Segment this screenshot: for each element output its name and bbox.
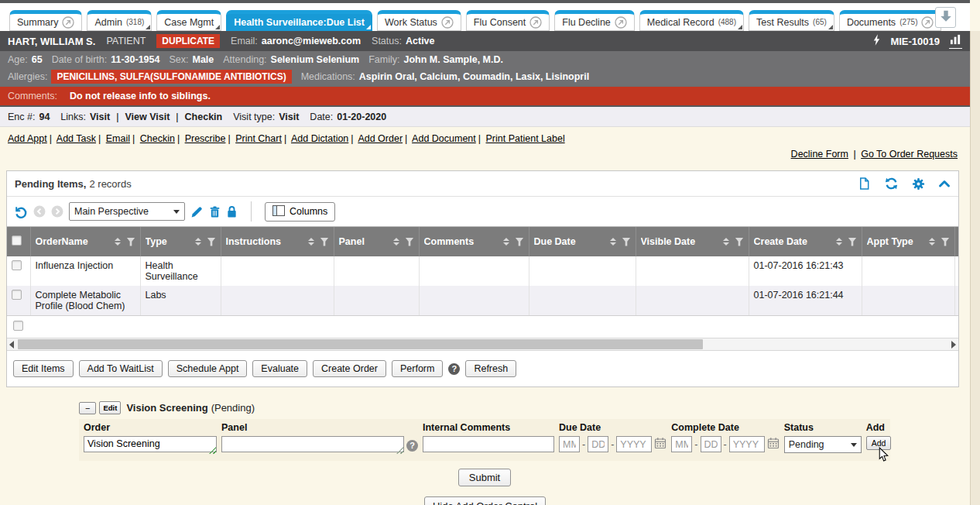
- filter-icon[interactable]: [320, 238, 329, 246]
- sort-icon[interactable]: [195, 238, 201, 246]
- tab-flu-consent[interactable]: Flu Consent: [466, 10, 550, 31]
- order-field[interactable]: Vision Screening: [84, 436, 217, 452]
- sort-icon[interactable]: [393, 238, 399, 246]
- collapse-button[interactable]: −: [79, 402, 96, 414]
- col-visible-date[interactable]: Visible Date: [636, 227, 749, 256]
- new-document-icon[interactable]: [858, 177, 871, 191]
- select-all-checkbox[interactable]: [12, 235, 22, 246]
- hide-add-order-control-button[interactable]: Hide Add Order Control: [424, 496, 546, 505]
- columns-button[interactable]: Columns: [265, 202, 335, 222]
- tab-medical-record[interactable]: Medical Record (488): [639, 10, 744, 31]
- horizontal-scrollbar[interactable]: [7, 338, 958, 351]
- perspective-select[interactable]: Main Perspective: [69, 202, 185, 221]
- edit-pencil-icon[interactable]: [190, 205, 204, 218]
- complete-month-field[interactable]: [671, 436, 692, 452]
- row-checkbox[interactable]: [12, 260, 22, 270]
- lock-icon[interactable]: [226, 205, 238, 218]
- tab-case-mgmt[interactable]: Case Mgmt: [156, 10, 221, 31]
- view-visit-link[interactable]: View Visit: [125, 112, 170, 122]
- edit-items-button[interactable]: Edit Items: [13, 360, 74, 377]
- external-link-icon[interactable]: [441, 16, 454, 29]
- print-patient-label-link[interactable]: Print Patient Label: [486, 133, 565, 144]
- external-link-icon[interactable]: [529, 16, 542, 29]
- filter-icon[interactable]: [735, 238, 744, 246]
- refresh-button[interactable]: Refresh: [465, 360, 516, 377]
- go-to-order-requests-link[interactable]: Go To Order Requests: [861, 149, 958, 160]
- col-instructions[interactable]: Instructions: [221, 227, 334, 256]
- table-row[interactable]: Complete Metabolic Profile (Blood Chem) …: [7, 286, 958, 315]
- tab-flu-decline[interactable]: Flu Decline: [554, 10, 635, 31]
- help-icon[interactable]: ?: [448, 363, 460, 375]
- external-link-icon[interactable]: [615, 16, 627, 29]
- calendar-icon[interactable]: [654, 437, 666, 452]
- external-link-icon[interactable]: [921, 16, 934, 29]
- decline-form-link[interactable]: Decline Form: [791, 149, 848, 160]
- add-order-button[interactable]: Add: [866, 436, 892, 450]
- col-due-date[interactable]: Due Date: [529, 227, 636, 256]
- filter-icon[interactable]: [941, 238, 950, 246]
- submit-button[interactable]: Submit: [458, 469, 511, 486]
- forward-icon[interactable]: [51, 205, 63, 218]
- tab-documents[interactable]: Documents (275): [839, 10, 942, 31]
- edit-order-button[interactable]: Edit: [99, 401, 121, 414]
- gear-icon[interactable]: [912, 177, 925, 191]
- table-row[interactable]: Influenza Injection Health Surveillance …: [7, 256, 958, 286]
- complete-year-field[interactable]: [729, 436, 765, 452]
- panel-field[interactable]: [221, 436, 404, 452]
- undo-icon[interactable]: [13, 204, 28, 219]
- panel-help-icon[interactable]: ?: [406, 440, 418, 452]
- col-appt-type[interactable]: Appt Type: [862, 227, 954, 256]
- col-create-date[interactable]: Create Date: [749, 227, 862, 256]
- schedule-appt-button[interactable]: Schedule Appt: [168, 360, 248, 377]
- external-link-icon[interactable]: [62, 16, 74, 29]
- sort-icon[interactable]: [723, 238, 729, 246]
- sort-icon[interactable]: [308, 238, 314, 246]
- tab-summary[interactable]: Summary: [9, 10, 82, 31]
- calendar-icon[interactable]: [767, 437, 780, 452]
- filter-icon[interactable]: [406, 238, 414, 246]
- create-order-button[interactable]: Create Order: [313, 360, 386, 377]
- filter-icon[interactable]: [127, 238, 135, 246]
- col-panel[interactable]: Panel: [334, 227, 419, 256]
- add-appt-link[interactable]: Add Appt: [8, 133, 47, 144]
- internal-comments-field[interactable]: [423, 436, 554, 452]
- filter-icon[interactable]: [207, 238, 216, 246]
- tab-test-results[interactable]: Test Results (65): [749, 10, 834, 31]
- col-ordername[interactable]: OrderName: [30, 227, 140, 256]
- scrollbar-thumb[interactable]: [18, 339, 703, 349]
- col-comments[interactable]: Comments: [419, 227, 529, 256]
- sort-icon[interactable]: [115, 238, 121, 246]
- email-link[interactable]: Email: [106, 133, 130, 144]
- col-type[interactable]: Type: [140, 227, 221, 256]
- bar-chart-icon[interactable]: [949, 33, 962, 49]
- filter-icon[interactable]: [622, 238, 631, 246]
- due-day-field[interactable]: [588, 436, 608, 452]
- back-icon[interactable]: [33, 205, 46, 218]
- col-sc-truncated[interactable]: Sc: [954, 227, 958, 256]
- refresh-icon[interactable]: [884, 177, 899, 191]
- add-document-link[interactable]: Add Document: [412, 133, 476, 144]
- filter-icon[interactable]: [848, 238, 857, 246]
- add-dictation-link[interactable]: Add Dictation: [291, 133, 348, 144]
- tab-overflow-button[interactable]: [935, 7, 956, 28]
- status-select[interactable]: Pending: [784, 436, 862, 453]
- evaluate-button[interactable]: Evaluate: [252, 360, 307, 377]
- tab-work-status[interactable]: Work Status: [377, 10, 461, 31]
- add-task-link[interactable]: Add Task: [57, 133, 96, 144]
- allergies-badge[interactable]: PENICILLINS, SULFA(SULFONAMIDE ANTIBIOTI…: [51, 70, 291, 84]
- prescribe-link[interactable]: Prescribe: [185, 133, 226, 144]
- due-year-field[interactable]: [616, 436, 652, 452]
- scroll-right-icon[interactable]: [951, 341, 956, 349]
- collapse-chevron-icon[interactable]: [938, 178, 951, 189]
- scroll-left-icon[interactable]: [9, 341, 14, 349]
- print-chart-link[interactable]: Print Chart: [235, 133, 282, 144]
- right-scroll-gutter[interactable]: [970, 31, 980, 505]
- sort-icon[interactable]: [929, 238, 935, 246]
- select-all-bottom-checkbox[interactable]: [13, 321, 23, 331]
- trash-icon[interactable]: [209, 205, 221, 218]
- complete-day-field[interactable]: [701, 436, 721, 452]
- sort-icon[interactable]: [836, 238, 842, 246]
- checkin-action-link[interactable]: Checkin: [140, 133, 175, 144]
- visit-link[interactable]: Visit: [90, 112, 110, 122]
- checkin-link[interactable]: Checkin: [185, 112, 223, 122]
